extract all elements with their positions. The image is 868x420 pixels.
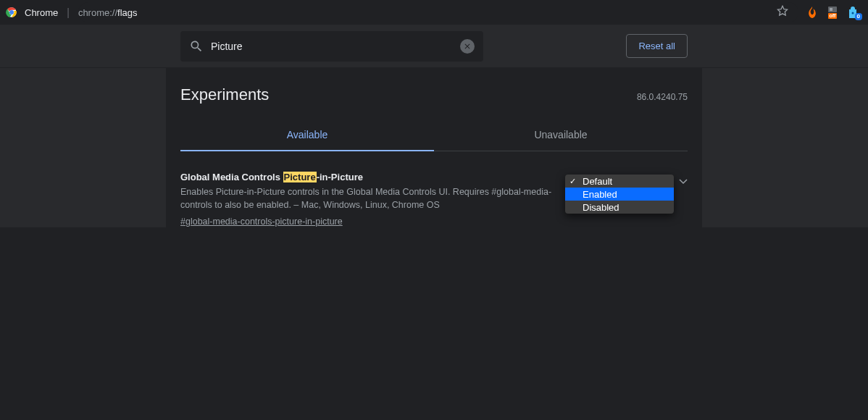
dropdown-option-disabled[interactable]: ✓ Disabled	[565, 201, 674, 214]
tab-available[interactable]: Available	[180, 119, 434, 151]
extension-flame-icon[interactable]	[806, 6, 819, 19]
flag-entry: Global Media Controls Picture-in-Picture…	[180, 151, 688, 227]
bookmark-star-icon[interactable]	[777, 5, 788, 20]
main-area: Experiments 86.0.4240.75 Available Unava…	[0, 68, 868, 227]
extension-blue-icon[interactable]: 0	[846, 6, 859, 19]
reset-all-button[interactable]: Reset all	[626, 34, 688, 58]
tab-unavailable[interactable]: Unavailable	[434, 119, 688, 151]
tabs: Available Unavailable	[180, 119, 688, 151]
chevron-down-icon	[679, 176, 688, 188]
chrome-version: 86.0.4240.75	[637, 92, 688, 102]
flag-description: Enables Picture-in-Picture controls in t…	[180, 185, 560, 211]
dropdown-option-label: Disabled	[583, 202, 619, 213]
extension-blue-badge: 0	[855, 13, 862, 20]
dropdown-menu: ✓ Default ✓ Enabled ✓ Disabled	[565, 175, 674, 214]
dropdown-option-label: Default	[583, 176, 612, 187]
search-box[interactable]	[180, 31, 483, 62]
svg-point-5	[852, 12, 854, 14]
flag-hash-link[interactable]: #global-media-controls-picture-in-pictur…	[180, 217, 343, 227]
content-column: Experiments 86.0.4240.75 Available Unava…	[180, 68, 688, 227]
url-scheme: chrome://	[78, 7, 117, 18]
separator: |	[67, 7, 70, 18]
clear-search-icon[interactable]	[460, 39, 475, 54]
flags-header: Reset all	[0, 25, 868, 68]
flag-title: Global Media Controls Picture-in-Picture	[180, 172, 560, 182]
extension-off-badge: off	[828, 13, 838, 19]
browser-topbar: Chrome | chrome://flags off 0	[0, 0, 868, 25]
extension-icons: off 0	[806, 6, 862, 19]
dropdown-option-default[interactable]: ✓ Default	[565, 175, 674, 188]
omnibox[interactable]: chrome://flags	[78, 2, 798, 22]
dropdown-option-label: Enabled	[583, 189, 617, 200]
search-input[interactable]	[204, 41, 460, 52]
dropdown-option-enabled[interactable]: ✓ Enabled	[565, 188, 674, 201]
chrome-logo-icon	[6, 7, 17, 18]
flag-title-highlight: Picture	[283, 172, 317, 182]
page-title: Experiments	[180, 85, 637, 104]
svg-marker-2	[777, 6, 787, 15]
flag-title-post: -in-Picture	[317, 172, 363, 182]
svg-point-1	[9, 10, 14, 14]
browser-name: Chrome	[25, 7, 58, 18]
search-icon	[189, 39, 204, 54]
flag-title-pre: Global Media Controls	[180, 172, 283, 182]
check-icon: ✓	[569, 177, 578, 186]
extension-off-icon[interactable]: off	[826, 6, 839, 19]
svg-rect-4	[830, 8, 832, 11]
url-page: flags	[117, 7, 137, 18]
